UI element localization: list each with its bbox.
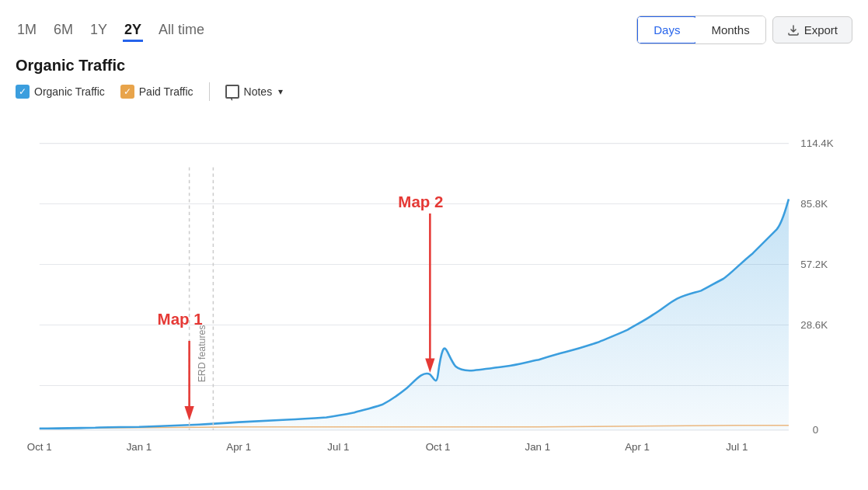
legend-paid: ✓ Paid Traffic xyxy=(120,85,193,99)
organic-traffic-area xyxy=(40,199,789,429)
x-label-jan1-2: Jan 1 xyxy=(525,441,551,453)
paid-check-icon: ✓ xyxy=(120,85,134,99)
legend-organic: ✓ Organic Traffic xyxy=(16,85,105,99)
filter-1m[interactable]: 1M xyxy=(16,19,38,41)
legend: ✓ Organic Traffic ✓ Paid Traffic Notes ▾ xyxy=(16,82,852,101)
time-filters: 1M 6M 1Y 2Y All time xyxy=(16,19,206,42)
notes-chevron-icon: ▾ xyxy=(278,86,283,97)
filter-6m[interactable]: 6M xyxy=(52,19,75,41)
x-label-apr1-2: Apr 1 xyxy=(625,441,650,453)
chart-section: Organic Traffic ✓ Organic Traffic ✓ Paid… xyxy=(16,57,852,482)
y-label-572k: 57.2K xyxy=(800,259,828,270)
toolbar: 1M 6M 1Y 2Y All time Days Months Export xyxy=(16,16,852,44)
chart-svg: 114.4K 85.8K 57.2K 28.6K 0 Oct 1 Jan 1 A… xyxy=(16,107,852,482)
filter-1y[interactable]: 1Y xyxy=(89,19,109,41)
chart-title: Organic Traffic xyxy=(16,57,852,75)
x-label-oct1: Oct 1 xyxy=(27,441,52,453)
export-button[interactable]: Export xyxy=(772,16,852,43)
x-label-apr1: Apr 1 xyxy=(226,441,251,453)
main-container: 1M 6M 1Y 2Y All time Days Months Export … xyxy=(0,0,868,490)
view-days-button[interactable]: Days xyxy=(636,16,696,44)
map2-label: Map 2 xyxy=(398,193,443,210)
view-months-button[interactable]: Months xyxy=(695,16,765,43)
notes-button[interactable]: Notes ▾ xyxy=(225,85,284,99)
toolbar-right: Days Months Export xyxy=(636,16,852,44)
x-label-jul1-2: Jul 1 xyxy=(726,441,748,453)
organic-check-icon: ✓ xyxy=(16,85,30,99)
notes-icon xyxy=(225,85,239,99)
map1-arrow-head xyxy=(184,406,193,420)
y-label-0: 0 xyxy=(813,424,818,436)
map1-label: Map 1 xyxy=(158,310,203,328)
filter-all-time[interactable]: All time xyxy=(157,19,206,41)
view-toggle: Days Months xyxy=(636,16,765,44)
x-label-jul1: Jul 1 xyxy=(327,441,349,453)
y-label-114k: 114.4K xyxy=(800,137,833,149)
map2-arrow-head xyxy=(425,359,434,373)
erd-features-label: ERD features xyxy=(197,325,207,383)
x-label-oct1-2: Oct 1 xyxy=(426,441,451,453)
y-label-286k: 28.6K xyxy=(800,319,828,331)
export-icon xyxy=(787,24,800,36)
chart-area: 114.4K 85.8K 57.2K 28.6K 0 Oct 1 Jan 1 A… xyxy=(16,107,852,482)
legend-divider xyxy=(209,82,210,101)
x-label-jan1: Jan 1 xyxy=(127,441,152,453)
y-label-858k: 85.8K xyxy=(800,198,828,210)
filter-2y[interactable]: 2Y xyxy=(123,19,143,42)
